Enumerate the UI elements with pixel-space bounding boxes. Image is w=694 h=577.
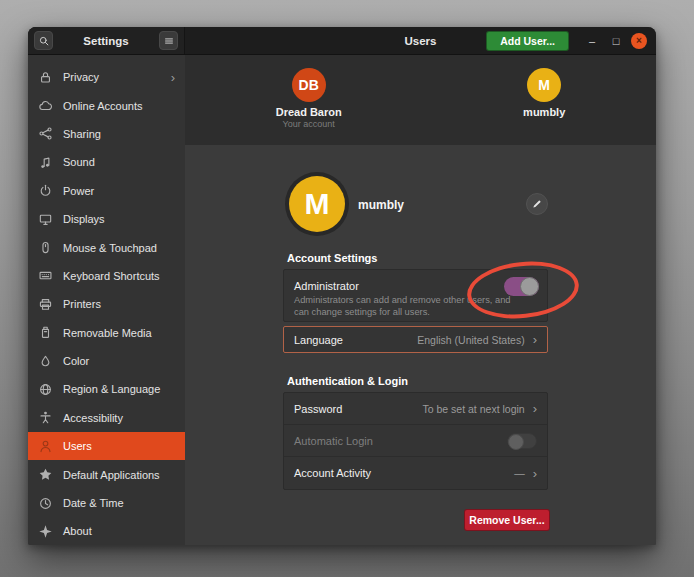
sidebar-item-mouse-touchpad[interactable]: Mouse & Touchpad — [28, 233, 185, 261]
administrator-toggle[interactable] — [504, 277, 539, 296]
sidebar-item-label: Sound — [63, 156, 175, 168]
settings-window: Settings Users Add User... – □ × Privacy… — [28, 27, 656, 545]
sidebar-item-removable-media[interactable]: Removable Media — [28, 319, 185, 347]
add-user-button[interactable]: Add User... — [486, 31, 569, 51]
auth-login-card: PasswordTo be set at next login›Automati… — [283, 392, 548, 490]
share-icon — [38, 126, 53, 141]
sidebar-item-privacy[interactable]: Privacy› — [28, 63, 185, 91]
minimize-button[interactable]: – — [583, 35, 601, 47]
user-avatar-button[interactable]: M — [285, 172, 349, 236]
sidebar-item-label: Keyboard Shortcuts — [63, 270, 175, 282]
sound-icon — [38, 155, 53, 170]
row-label: Password — [294, 403, 423, 415]
maximize-button[interactable]: □ — [607, 35, 625, 47]
user-detail-panel: M mumbly Account Settings Administrator … — [185, 145, 656, 545]
sidebar-item-color[interactable]: Color — [28, 347, 185, 375]
avatar: M — [289, 176, 345, 232]
pencil-icon — [531, 198, 543, 210]
sidebar-item-label: Online Accounts — [63, 100, 175, 112]
chevron-right-icon: › — [533, 401, 537, 416]
auth-login-heading: Authentication & Login — [287, 375, 408, 387]
user-name: mumbly — [358, 198, 404, 212]
administrator-description: Administrators can add and remove other … — [294, 295, 524, 318]
star-icon — [38, 467, 53, 482]
sidebar-item-label: Removable Media — [63, 327, 175, 339]
edit-name-button[interactable] — [526, 193, 548, 215]
avatar: M — [527, 68, 561, 102]
sidebar-item-label: Date & Time — [63, 497, 175, 509]
users-panel: DBDread BaronYour accountMmumbly M mumbl… — [185, 55, 656, 545]
removable-icon — [38, 325, 53, 340]
row-value: — — [514, 467, 525, 479]
row-label: Account Activity — [294, 467, 514, 479]
chevron-right-icon: › — [533, 332, 537, 347]
carousel-user-dread-baron[interactable]: DBDread BaronYour account — [276, 68, 342, 129]
sidebar-item-label: Accessibility — [63, 412, 175, 424]
language-label: Language — [294, 334, 417, 346]
sidebar-item-date-time[interactable]: Date & Time — [28, 489, 185, 517]
users-icon — [38, 439, 53, 454]
sidebar-item-label: Default Applications — [63, 469, 175, 481]
sidebar-item-accessibility[interactable]: Accessibility — [28, 404, 185, 432]
avatar: DB — [292, 68, 326, 102]
sidebar-item-label: Privacy — [63, 71, 171, 83]
account-activity-row[interactable]: Account Activity—› — [284, 457, 547, 489]
automatic-login-row[interactable]: Automatic Login — [284, 425, 547, 457]
sidebar-item-label: About — [63, 525, 175, 537]
password-row[interactable]: PasswordTo be set at next login› — [284, 393, 547, 425]
sidebar-item-label: Displays — [63, 213, 175, 225]
toggle-knob — [520, 277, 539, 296]
sidebar-item-label: Users — [63, 440, 175, 452]
chevron-right-icon: › — [533, 466, 537, 481]
app-title: Settings — [57, 35, 155, 47]
sidebar-item-power[interactable]: Power — [28, 177, 185, 205]
displays-icon — [38, 212, 53, 227]
lock-icon — [38, 70, 53, 85]
language-value: English (United States) — [417, 334, 524, 346]
color-icon — [38, 354, 53, 369]
power-icon — [38, 183, 53, 198]
sidebar-item-printers[interactable]: Printers — [28, 290, 185, 318]
chevron-right-icon: › — [171, 70, 175, 85]
menu-icon — [163, 35, 175, 47]
keyboard-icon — [38, 268, 53, 283]
sidebar-item-label: Region & Language — [63, 383, 175, 395]
toggle-knob — [508, 434, 524, 450]
account-settings-heading: Account Settings — [287, 252, 377, 264]
search-button[interactable] — [34, 31, 53, 50]
sidebar-item-online-accounts[interactable]: Online Accounts — [28, 91, 185, 119]
automatic-login-toggle[interactable] — [507, 433, 537, 449]
titlebar-left: Settings — [28, 27, 185, 54]
sidebar-item-label: Printers — [63, 298, 175, 310]
administrator-row[interactable]: Administrator Administrators can add and… — [283, 269, 548, 322]
sidebar-item-sound[interactable]: Sound — [28, 148, 185, 176]
mouse-icon — [38, 240, 53, 255]
search-icon — [38, 35, 50, 47]
sidebar-list: Privacy›Online AccountsSharingSoundPower… — [28, 55, 185, 545]
sidebar-item-keyboard-shortcuts[interactable]: Keyboard Shortcuts — [28, 262, 185, 290]
sidebar-item-label: Color — [63, 355, 175, 367]
sidebar-item-label: Sharing — [63, 128, 175, 140]
carousel-user-name: mumbly — [523, 106, 565, 118]
row-label: Automatic Login — [294, 435, 507, 447]
window-controls: – □ × — [583, 33, 647, 49]
clock-icon — [38, 496, 53, 511]
carousel-user-name: Dread Baron — [276, 106, 342, 118]
sidebar-item-default-applications[interactable]: Default Applications — [28, 460, 185, 488]
carousel-user-mumbly[interactable]: Mmumbly — [523, 68, 565, 118]
remove-user-button[interactable]: Remove User... — [464, 509, 550, 531]
sidebar-item-sharing[interactable]: Sharing — [28, 120, 185, 148]
titlebar: Settings Users Add User... – □ × — [28, 27, 656, 55]
sidebar-item-about[interactable]: About — [28, 517, 185, 545]
user-carousel: DBDread BaronYour accountMmumbly — [185, 55, 656, 145]
about-icon — [38, 524, 53, 539]
close-button[interactable]: × — [631, 33, 647, 49]
printer-icon — [38, 297, 53, 312]
sidebar-item-users[interactable]: Users — [28, 432, 185, 460]
sidebar-item-region-language[interactable]: Region & Language — [28, 375, 185, 403]
sidebar-item-label: Mouse & Touchpad — [63, 242, 175, 254]
menu-button[interactable] — [159, 31, 178, 50]
language-row[interactable]: Language English (United States) › — [283, 326, 548, 353]
sidebar-item-displays[interactable]: Displays — [28, 205, 185, 233]
sidebar-item-label: Power — [63, 185, 175, 197]
